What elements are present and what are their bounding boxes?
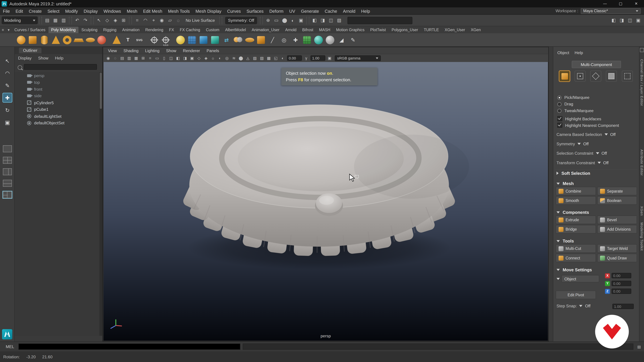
snap-to-grid-icon[interactable]	[133, 16, 141, 24]
boolean-shelf-icon[interactable]	[232, 34, 244, 45]
layout-three-pane-button[interactable]	[3, 191, 12, 198]
shelf-menu-icon[interactable]	[0, 27, 6, 33]
lock-camera-icon[interactable]	[112, 55, 119, 61]
shelf-tab-sculpting[interactable]: Sculpting	[78, 27, 100, 33]
gate-mask-icon[interactable]	[168, 55, 174, 61]
uv-mode-icon[interactable]	[622, 70, 633, 82]
axis-orientation-select[interactable]: Object	[562, 275, 599, 282]
rotate-tool-icon[interactable]	[2, 105, 12, 115]
add-divisions-button[interactable]: Add Divisions	[597, 225, 637, 233]
grip-divider[interactable]	[91, 16, 94, 24]
outliner-menu-display[interactable]: Display	[18, 56, 32, 60]
poly-cube-icon[interactable]	[27, 34, 38, 45]
camera-based-selection-row[interactable]: Camera Based SelectionOff	[556, 132, 616, 137]
snap-to-point-icon[interactable]	[150, 16, 158, 24]
shelf-tab-rendering[interactable]: Rendering	[142, 27, 166, 33]
shelf-tab-animation-user[interactable]: Animation_User	[249, 27, 282, 33]
ipr-render-icon[interactable]	[289, 16, 297, 24]
combine-shelf-icon[interactable]	[198, 34, 209, 45]
outliner-title[interactable]: Outliner	[19, 48, 42, 53]
radio-drag[interactable]: Drag	[557, 102, 573, 106]
chevron-down-icon[interactable]	[556, 278, 560, 280]
toon-icon[interactable]	[319, 16, 327, 24]
shadows-icon[interactable]	[216, 55, 224, 61]
smooth-shelf-icon[interactable]	[175, 34, 186, 45]
bridge-button[interactable]: Bridge	[556, 225, 596, 233]
outliner-item-pcylinder5[interactable]: pCylinder5	[15, 99, 99, 106]
open-scene-icon[interactable]	[51, 16, 60, 24]
extrude-shelf-icon[interactable]	[256, 34, 266, 45]
edit-pivot-button[interactable]: Edit Pivot	[556, 291, 596, 299]
menu-display[interactable]: Display	[81, 8, 101, 13]
exposure-field[interactable]	[287, 55, 302, 61]
menu-windows[interactable]: Windows	[100, 8, 124, 13]
grip-divider[interactable]	[260, 16, 263, 24]
snap-to-curve-icon[interactable]	[141, 16, 150, 24]
camera-attributes-icon[interactable]	[119, 55, 126, 61]
layout-two-pane-stacked-button[interactable]	[3, 180, 12, 187]
shelf-tab-rigging[interactable]: Rigging	[100, 27, 119, 33]
menu-create[interactable]: Create	[26, 8, 44, 13]
shelf-tab-xgen-user[interactable]: XGen_User	[442, 27, 468, 33]
open-render-view-icon[interactable]	[272, 16, 280, 24]
combine-button[interactable]: Combine	[556, 187, 596, 195]
outliner-item-pcube1[interactable]: pCube1	[15, 106, 99, 113]
outliner-search-input[interactable]	[24, 64, 97, 70]
gamma-field[interactable]	[310, 55, 325, 61]
menu-curves[interactable]: Curves	[224, 8, 244, 13]
lighting-icon[interactable]	[210, 55, 216, 61]
edge-mode-icon[interactable]	[590, 70, 601, 82]
radio-pick-marquee[interactable]: Pick/Marquee	[557, 95, 589, 100]
menu-mesh-tools[interactable]: Mesh Tools	[165, 8, 193, 13]
layout-four-pane-button[interactable]	[3, 157, 12, 164]
separate-shelf-icon[interactable]	[210, 34, 220, 45]
bookmark-icon[interactable]	[126, 55, 133, 61]
poly-cylinder-icon[interactable]	[38, 34, 50, 45]
target-weld-shelf-icon[interactable]	[278, 34, 290, 45]
workspace-select[interactable]: Maya Classic*	[581, 8, 641, 14]
mesh-section[interactable]: Mesh	[556, 181, 574, 186]
select-camera-icon[interactable]	[105, 55, 112, 61]
image-plane-icon[interactable]	[133, 55, 140, 61]
safe-action-icon[interactable]	[182, 55, 188, 61]
shelf-tab-poly-modeling[interactable]: Poly Modeling	[48, 27, 78, 33]
tab-attribute-editor[interactable]: Attribute Editor	[640, 149, 644, 176]
platonic-solid-icon[interactable]	[96, 34, 107, 45]
select-by-component-icon[interactable]	[111, 16, 120, 24]
shelf-tab-fx[interactable]: FX	[166, 27, 177, 33]
viewport-canvas[interactable]: Object selection now on. Press F8 for co…	[104, 62, 548, 341]
viewport-menu-panels[interactable]: Panels	[203, 48, 222, 53]
soft-selection-section[interactable]: Soft Selection	[556, 171, 590, 176]
outliner-item-side[interactable]: side	[15, 92, 99, 99]
outliner-menu-help[interactable]: Help	[55, 56, 64, 60]
film-gate-icon[interactable]	[154, 55, 161, 61]
view-transform-select[interactable]: sRGB gamma	[335, 55, 381, 61]
poly-sphere-icon[interactable]	[16, 34, 27, 45]
command-language-label[interactable]: MEL	[6, 345, 14, 349]
shelf-tab-custom[interactable]: Custom	[203, 27, 222, 33]
poly-disc-icon[interactable]	[84, 34, 96, 45]
grip-divider[interactable]	[219, 16, 222, 24]
tools-section[interactable]: Tools	[556, 239, 574, 243]
command-result-field[interactable]	[242, 344, 633, 350]
shelf-tab-motion-graphics[interactable]: Motion Graphics	[333, 27, 368, 33]
quad-draw-button[interactable]: Quad Draw	[597, 254, 637, 262]
shelf-tab-animation[interactable]: Animation	[119, 27, 142, 33]
outliner-item-front[interactable]: front	[15, 86, 99, 92]
menu-generate[interactable]: Generate	[298, 8, 322, 13]
scrollbar-thumb[interactable]	[100, 72, 102, 109]
menu-modify[interactable]: Modify	[62, 8, 81, 13]
components-section[interactable]: Components	[556, 210, 589, 215]
menu-cache[interactable]: Cache	[322, 8, 340, 13]
poly-torus-icon[interactable]	[62, 34, 72, 45]
command-input[interactable]	[18, 344, 240, 350]
scale-tool-icon[interactable]	[2, 117, 12, 127]
shelf-tab-polygons-user[interactable]: Polygons_User	[389, 27, 421, 33]
selection-constraint-row[interactable]: Selection ConstraintOff	[556, 151, 607, 156]
symmetry-select[interactable]: Symmetry: Off	[225, 16, 257, 24]
highlight-selection-icon[interactable]	[120, 16, 128, 24]
wireframe-on-shaded-icon[interactable]	[258, 55, 265, 61]
grip-divider[interactable]	[129, 16, 132, 24]
viewport-menu-view[interactable]: View	[105, 48, 120, 53]
extrude-button[interactable]: Extrude	[556, 216, 596, 224]
